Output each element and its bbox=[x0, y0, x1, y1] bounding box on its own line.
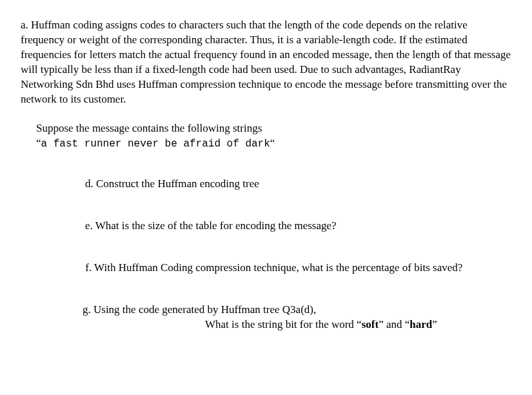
item-f: f. With Huffman Coding compression techn… bbox=[83, 261, 511, 276]
item-g-line2-prefix: What is the string bit for the word “ bbox=[205, 318, 362, 330]
word-soft: soft bbox=[362, 318, 379, 330]
sub-items: d. Construct the Huffman encoding tree e… bbox=[85, 177, 511, 332]
item-f-prefix: f. bbox=[83, 261, 92, 274]
word-hard: hard bbox=[409, 318, 432, 330]
item-d: d. Construct the Huffman encoding tree bbox=[85, 177, 511, 192]
code-string: a fast runner never be afraid of dark bbox=[41, 138, 270, 150]
item-f-text: With Huffman Coding compression techniqu… bbox=[92, 261, 462, 274]
item-g-end: ” bbox=[432, 318, 437, 330]
item-g-line2: What is the string bit for the word “sof… bbox=[205, 318, 511, 332]
item-g-mid: ” and “ bbox=[379, 318, 409, 330]
suppose-block: Suppose the message contains the followi… bbox=[36, 121, 511, 152]
item-e: e. What is the size of the table for enc… bbox=[85, 219, 511, 234]
quote-close: “ bbox=[270, 137, 275, 149]
suppose-line: Suppose the message contains the followi… bbox=[36, 121, 511, 136]
main-paragraph: a. Huffman coding assigns codes to chara… bbox=[21, 18, 511, 107]
quote-open: “ bbox=[36, 137, 41, 149]
item-g-line1: g. Using the code generated by Huffman t… bbox=[83, 303, 511, 318]
item-g: g. Using the code generated by Huffman t… bbox=[83, 303, 511, 332]
message-string-line: “a fast runner never be afraid of dark“ bbox=[36, 136, 511, 152]
